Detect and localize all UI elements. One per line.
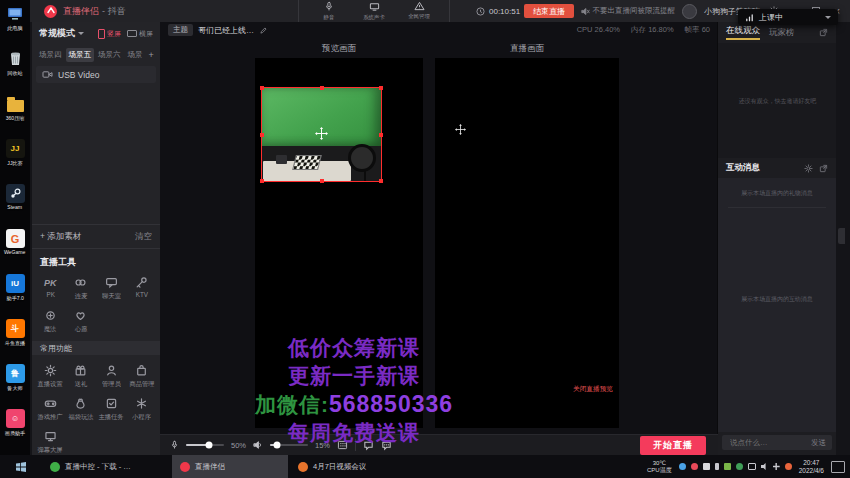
func-mini-program[interactable]: 小程序 xyxy=(127,397,158,422)
desktop-icon-recycle-bin[interactable]: 回收站 xyxy=(0,49,30,89)
soundcard-button[interactable]: 系统声卡 xyxy=(358,1,390,22)
tray-lock-icon[interactable] xyxy=(703,463,710,470)
func-anchor-task[interactable]: 主播任务 xyxy=(96,397,127,422)
tool-ktv[interactable]: KTV xyxy=(127,276,158,301)
move-cursor-icon xyxy=(455,124,466,135)
app-suffix: - 抖音 xyxy=(102,6,126,16)
desktop-icon-label: 斗鱼直播 xyxy=(5,340,25,348)
avatar[interactable] xyxy=(682,4,697,19)
func-goods[interactable]: 商品管理 xyxy=(127,364,158,389)
link-rings-icon xyxy=(74,276,87,289)
close-live-preview-link[interactable]: 关闭直播预览 xyxy=(573,384,613,394)
desktop-icon-steam[interactable]: Steam xyxy=(0,184,30,224)
func-danmu-screen[interactable]: 弹幕大屏 xyxy=(35,430,66,455)
mute-button[interactable]: 静音 xyxy=(313,1,345,22)
selection-handle[interactable] xyxy=(260,86,264,90)
smile-icon: ☺ xyxy=(6,409,25,428)
speaker-mute-icon xyxy=(581,7,590,16)
portrait-toggle[interactable]: 竖屏 xyxy=(98,29,121,39)
selection-handle[interactable] xyxy=(260,133,264,137)
tool-lianmai[interactable]: 连麦 xyxy=(66,276,97,301)
camera-feed-selection[interactable] xyxy=(262,88,381,181)
tool-magic[interactable]: 魔法 xyxy=(35,309,66,334)
desktop-icon-ludashi[interactable]: 鲁 鲁大师 xyxy=(0,364,30,404)
func-live-settings[interactable]: 直播设置 xyxy=(35,364,66,389)
selection-handle[interactable] xyxy=(379,179,383,183)
scene-tab[interactable]: 场景 xyxy=(125,48,146,62)
scene-tab[interactable]: 场景四 xyxy=(36,48,65,62)
scene-tab[interactable]: 场景六 xyxy=(95,48,124,62)
desktop-icon-jj[interactable]: JJ JJ比赛 xyxy=(0,139,30,179)
source-item-usb-video[interactable]: USB Video xyxy=(36,66,156,83)
start-button[interactable] xyxy=(0,455,42,478)
tray-mic-icon[interactable] xyxy=(715,463,719,470)
tray-move-icon[interactable] xyxy=(773,463,780,470)
selection-handle[interactable] xyxy=(320,179,324,183)
taskbar-task-meeting[interactable]: 4月7日视频会议 xyxy=(290,455,434,478)
send-button[interactable]: 发送 xyxy=(811,438,826,448)
add-material-button[interactable]: + 添加素材 xyxy=(40,231,81,243)
ring-light-stand xyxy=(364,171,366,181)
desktop-icon-label: 画质助手 xyxy=(5,430,25,438)
class-status-dropdown[interactable]: 上课中 xyxy=(738,9,838,25)
clock-widget[interactable]: 20:47 2022/4/6 xyxy=(799,459,824,474)
selection-handle[interactable] xyxy=(260,179,264,183)
tool-chatroom[interactable]: 聊天室 xyxy=(96,276,127,301)
selection-handle[interactable] xyxy=(379,133,383,137)
microphone-icon[interactable] xyxy=(170,440,179,450)
desktop-icon-wegame[interactable]: G WeGame xyxy=(0,229,30,269)
desktop-icon-douyu[interactable]: 斗 斗鱼直播 xyxy=(0,319,30,359)
mode-dropdown[interactable]: 常规模式 xyxy=(39,27,75,40)
chat-input[interactable] xyxy=(728,437,807,448)
popout-icon[interactable] xyxy=(819,28,828,37)
taskbar-task-live-companion[interactable]: 直播伴侣 xyxy=(172,455,288,478)
selection-handle[interactable] xyxy=(379,86,383,90)
desktop-icons-column: 此电脑 回收站 360压缩 JJ JJ比赛 Steam G WeGame iU xyxy=(0,4,30,449)
tray-green-icon[interactable] xyxy=(724,463,731,470)
func-lucky-bag[interactable]: 福袋玩法 xyxy=(66,397,97,422)
start-stream-button[interactable]: 开始直播 xyxy=(640,436,706,455)
popout-icon[interactable] xyxy=(819,164,828,173)
desktop-icon-this-pc[interactable]: 此电脑 xyxy=(0,4,30,44)
tray-display-icon[interactable] xyxy=(748,463,756,470)
cpu-label: CPU xyxy=(577,25,593,34)
common-functions-title: 常用功能 xyxy=(32,341,160,355)
tray-volume-icon[interactable] xyxy=(761,463,768,470)
scene-tab-active[interactable]: 场景五 xyxy=(66,48,95,62)
manage-button[interactable]: 全民管理 xyxy=(403,1,435,21)
desktop-icon-helper[interactable]: iU 助手7.0 xyxy=(0,274,30,314)
viewers-empty-text: 还没有观众，快去邀请好友吧 xyxy=(738,96,815,105)
end-stream-button[interactable]: 结束直播 xyxy=(524,4,574,18)
add-scene-button[interactable]: + xyxy=(147,50,156,60)
notification-center-icon[interactable] xyxy=(831,461,845,473)
desktop-icon-huazhi[interactable]: ☺ 画质助手 xyxy=(0,409,30,449)
func-admin[interactable]: 管理员 xyxy=(96,364,127,389)
desktop-icon-360[interactable]: 360压缩 xyxy=(0,94,30,134)
tool-pk[interactable]: PK PK xyxy=(35,276,66,301)
tray-fire-icon[interactable] xyxy=(785,463,792,470)
tab-online-viewers[interactable]: 在线观众 xyxy=(726,25,760,40)
edit-pencil-icon[interactable] xyxy=(259,26,268,35)
taskbar-task-live-console[interactable]: 直播中控 - 下载 - … xyxy=(42,455,170,478)
source-list-empty xyxy=(32,84,160,224)
func-gift[interactable]: 送礼 xyxy=(66,364,97,389)
tray-security-icon[interactable] xyxy=(736,463,743,470)
panel-collapse-handle[interactable] xyxy=(838,228,845,244)
tab-player-rank[interactable]: 玩家榜 xyxy=(769,27,795,39)
tray-red-icon[interactable] xyxy=(691,463,698,470)
tray-blue-icon[interactable] xyxy=(679,463,686,470)
selection-handle[interactable] xyxy=(320,86,324,90)
gear-icon[interactable] xyxy=(804,164,813,173)
wechat-number: 568850336 xyxy=(329,391,453,417)
clear-button[interactable]: 清空 xyxy=(135,231,152,243)
checkerboard xyxy=(292,155,322,170)
cpu-temp-widget[interactable]: 30℃ CPU温度 xyxy=(647,460,672,473)
landscape-label: 横屏 xyxy=(139,29,153,39)
live-tools-title: 直播工具 xyxy=(32,249,160,273)
landscape-toggle[interactable]: 横屏 xyxy=(127,29,153,39)
camera-icon xyxy=(42,70,53,79)
cpu-temp-label: CPU温度 xyxy=(647,467,672,474)
monitor-icon xyxy=(44,430,57,443)
func-game-promo[interactable]: 游戏推广 xyxy=(35,397,66,422)
tool-wish[interactable]: 心愿 xyxy=(66,309,97,334)
